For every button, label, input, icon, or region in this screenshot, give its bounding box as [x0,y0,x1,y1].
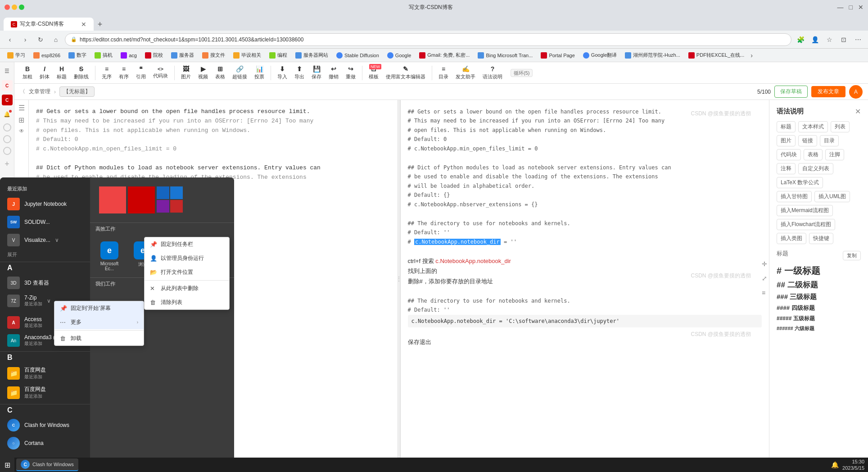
sidebar-notification-icon[interactable]: 🔔 [2,109,13,120]
tag-code[interactable]: 代码块 [777,149,801,160]
tag-mermaid[interactable]: 插入Mermaid流程图 [777,205,833,216]
writing-assistant-button[interactable]: ✍ 发文助手 [453,64,478,82]
divider-collapse-icon[interactable]: ≡ [762,288,767,299]
bookmark-bishe[interactable]: 毕设相关 [230,51,265,59]
bookmark-shuzi[interactable]: 数字 [65,51,90,59]
sidebar-circle-3[interactable] [3,147,11,155]
panel-icon-2[interactable]: ⊞ [18,116,24,124]
bookmark-esp8266[interactable]: esp8266 [30,51,64,59]
tag-uml[interactable]: 插入UML图 [814,191,850,202]
h1-example[interactable]: # 一级标题 [777,265,861,277]
context-pin-start[interactable]: 📌 固定到'开始'屏幕 [54,301,144,315]
tile-small-2[interactable] [170,186,183,199]
panel-icon-3[interactable]: 👁 [19,128,24,134]
tile-2[interactable] [128,186,155,213]
bookmark-fuwuqiwz[interactable]: 服务器网站 [292,51,332,59]
bookmark-xuexi[interactable]: 学习 [4,51,29,59]
favorites-button[interactable]: ☆ [823,33,836,46]
table-button[interactable]: ⊞ 表格 [212,64,228,82]
h4-example[interactable]: #### 四级标题 [777,304,861,312]
context-more[interactable]: ⋯ 更多 › [54,315,144,329]
tag-class-diagram[interactable]: 插入类图 [777,233,806,244]
h6-example[interactable]: ###### 六级标题 [777,325,861,332]
bookmark-pdf-excel[interactable]: PDF转EXCEL_在线... [685,51,748,59]
link-button[interactable]: 🔗 超链接 [230,64,250,82]
tag-gantt[interactable]: 插入甘特图 [777,191,812,202]
expand-button[interactable]: 展开 [7,252,17,257]
sub-remove-list[interactable]: ✕ 从此列表中删除 [145,281,229,295]
copy-button[interactable]: 复制 [843,251,861,260]
pinned-edge[interactable]: e Microsoft Ec... [94,239,125,274]
tile-small-3[interactable] [157,200,169,213]
start-item-3d[interactable]: 3D 3D 查看器 [0,274,90,292]
code-block-button[interactable]: <> 代码块 [150,65,171,81]
bookmarks-more-button[interactable]: › [749,52,755,59]
bookmark-bing[interactable]: Bing Microsoft Tran... [474,51,536,59]
sub-run-admin[interactable]: 👤 以管理员身份运行 [145,251,229,265]
tag-comment[interactable]: 注释 [777,163,796,174]
extensions-button[interactable]: 🧩 [794,33,807,46]
bookmark-biancheng[interactable]: 编程 [266,51,291,59]
rich-editor-button[interactable]: ✎ 使用富文本编辑器 [383,64,428,82]
expand-icon[interactable]: ∨ [55,237,59,243]
tag-link[interactable]: 链接 [798,135,817,146]
image-button[interactable]: 🖼 图片 [178,64,194,82]
publish-button[interactable]: 发布文章 [811,86,845,97]
sub-clear-list[interactable]: 🗑 清除列表 [145,295,229,309]
reload-button[interactable]: ↻ [34,33,47,46]
divider-expand-icon[interactable]: ⤢ [762,273,767,284]
home-button[interactable]: ⌂ [50,33,62,46]
tag-custom-list[interactable]: 自定义列表 [798,163,833,174]
toc-button[interactable]: ≡ 目录 [436,64,451,82]
export-button[interactable]: ⬆ 导出 [292,64,307,82]
unordered-list-button[interactable]: ≡ 无序 [99,64,114,82]
taskbar-clock[interactable]: 15:30 2023/5/15 [842,458,864,472]
ordered-list-button[interactable]: ≡ 有序 [116,64,131,82]
sub-open-location[interactable]: 📂 打开文件位置 [145,265,229,279]
panel-icon-1[interactable]: ☰ [18,104,25,112]
start-item-visualize[interactable]: V Visualize... ∨ [0,231,90,249]
taskbar-notification-icon[interactable]: 🔔 [831,461,839,468]
tag-table[interactable]: 表格 [804,149,823,160]
start-button[interactable]: ⊞ [0,458,14,472]
h5-example[interactable]: ##### 五级标题 [777,315,861,322]
active-tab[interactable]: C 写文章-CSDN博客 ✕ [4,18,94,31]
redo-button[interactable]: ↪ 重做 [343,64,358,82]
bookmark-google[interactable]: Google [384,51,415,59]
tag-latex[interactable]: LaTeX 数学公式 [777,177,823,188]
import-button[interactable]: ⬇ 导入 [275,64,290,82]
start-item-cortana[interactable]: ○ Cortana [0,434,90,452]
vote-button[interactable]: 📊 投票 [252,64,267,82]
start-item-baidu-1[interactable]: 📁 百度网盘 最近添加 [0,363,90,383]
sidebar-menu-icon[interactable]: ☰ [2,66,13,77]
7zip-expand[interactable]: ∨ [47,298,51,304]
h3-example[interactable]: ### 三级标题 [777,293,861,301]
tag-footnote[interactable]: 注脚 [825,149,844,160]
save-button[interactable]: 💾 保存 [309,64,324,82]
divider-cross-icon[interactable]: ✛ [762,259,767,270]
bookmark-gaoji[interactable]: 搞机 [91,51,116,59]
profile-button[interactable]: 👤 [809,33,821,46]
tile-1[interactable] [99,186,126,213]
sidebar-circle-1[interactable] [3,123,11,132]
breadcrumb-current-title[interactable]: 【无标题】 [59,86,95,97]
template-button[interactable]: ⊡ 模板 NEW [366,64,381,82]
video-button[interactable]: ▶ 视频 [195,64,211,82]
tag-toc[interactable]: 目录 [820,135,839,146]
tag-heading[interactable]: 标题 [777,121,796,132]
tag-shortcuts[interactable]: 快捷键 [809,233,833,244]
tag-flowchart[interactable]: 插入Flowchart流程图 [777,219,835,230]
tag-text-style[interactable]: 文本样式 [798,121,828,132]
collections-button[interactable]: ⊡ [837,33,850,46]
start-item-clash[interactable]: C Clash for Windows [0,416,90,434]
sidebar-circle-2[interactable] [3,135,11,143]
bookmark-gmail[interactable]: Gmail: 免费, 私密... [416,51,473,59]
bookmark-yuanxiao[interactable]: 院校 [141,51,167,59]
syntax-panel-close[interactable]: ✕ [855,107,861,116]
context-uninstall[interactable]: 🗑 卸载 [54,331,144,345]
bookmark-soufile[interactable]: 搜文件 [199,51,229,59]
sidebar-csdn-icon[interactable]: C [2,95,13,105]
tag-list[interactable]: 列表 [831,121,850,132]
sidebar-add-icon[interactable]: + [2,159,13,169]
tag-image[interactable]: 图片 [777,135,796,146]
